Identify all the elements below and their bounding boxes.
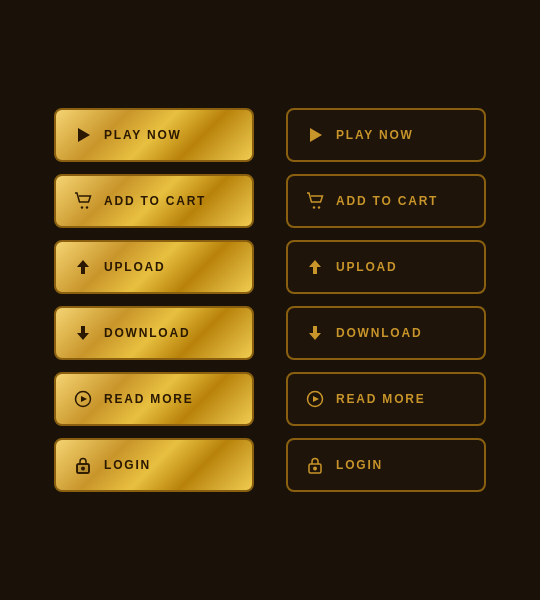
play-icon <box>74 126 92 144</box>
upload-outline-button[interactable]: UPLOAD <box>286 240 486 294</box>
outline-column: PLAY NOW ADD TO CART UPLOAD <box>286 108 486 492</box>
read-more-outline-label: READ MORE <box>336 392 426 406</box>
login-solid-button[interactable]: LOGIN <box>54 438 254 492</box>
read-more-outline-button[interactable]: READ MORE <box>286 372 486 426</box>
download-icon-outline <box>306 324 324 342</box>
button-showcase: PLAY NOW ADD TO CART UPLOAD <box>34 88 506 512</box>
lock-icon-outline <box>306 456 324 474</box>
svg-point-11 <box>313 206 315 208</box>
upload-icon-outline <box>306 258 324 276</box>
svg-point-2 <box>86 206 88 208</box>
read-more-solid-button[interactable]: READ MORE <box>54 372 254 426</box>
upload-solid-button[interactable]: UPLOAD <box>54 240 254 294</box>
svg-marker-14 <box>309 326 321 340</box>
svg-marker-3 <box>77 260 89 274</box>
svg-marker-0 <box>78 128 90 142</box>
add-to-cart-outline-button[interactable]: ADD TO CART <box>286 174 486 228</box>
upload-icon <box>74 258 92 276</box>
svg-marker-4 <box>77 326 89 340</box>
login-outline-button[interactable]: LOGIN <box>286 438 486 492</box>
download-icon <box>74 324 92 342</box>
svg-marker-16 <box>313 396 319 402</box>
cart-icon-outline <box>306 192 324 210</box>
add-to-cart-solid-label: ADD TO CART <box>104 194 206 208</box>
svg-marker-13 <box>309 260 321 274</box>
upload-outline-label: UPLOAD <box>336 260 397 274</box>
cart-icon <box>74 192 92 210</box>
svg-point-12 <box>318 206 320 208</box>
play-now-outline-button[interactable]: PLAY NOW <box>286 108 486 162</box>
add-to-cart-solid-button[interactable]: ADD TO CART <box>54 174 254 228</box>
download-outline-button[interactable]: DOWNLOAD <box>286 306 486 360</box>
lock-icon <box>74 456 92 474</box>
upload-solid-label: UPLOAD <box>104 260 165 274</box>
download-solid-label: DOWNLOAD <box>104 326 190 340</box>
read-more-icon <box>74 390 92 408</box>
play-now-outline-label: PLAY NOW <box>336 128 414 142</box>
login-solid-label: LOGIN <box>104 458 151 472</box>
svg-point-1 <box>81 206 83 208</box>
svg-marker-6 <box>81 396 87 402</box>
play-now-solid-label: PLAY NOW <box>104 128 182 142</box>
download-solid-button[interactable]: DOWNLOAD <box>54 306 254 360</box>
play-now-solid-button[interactable]: PLAY NOW <box>54 108 254 162</box>
solid-column: PLAY NOW ADD TO CART UPLOAD <box>54 108 254 492</box>
svg-point-9 <box>82 467 84 469</box>
read-more-solid-label: READ MORE <box>104 392 194 406</box>
svg-marker-10 <box>310 128 322 142</box>
play-icon-outline <box>306 126 324 144</box>
download-outline-label: DOWNLOAD <box>336 326 422 340</box>
read-more-icon-outline <box>306 390 324 408</box>
svg-point-18 <box>314 467 316 469</box>
add-to-cart-outline-label: ADD TO CART <box>336 194 438 208</box>
login-outline-label: LOGIN <box>336 458 383 472</box>
